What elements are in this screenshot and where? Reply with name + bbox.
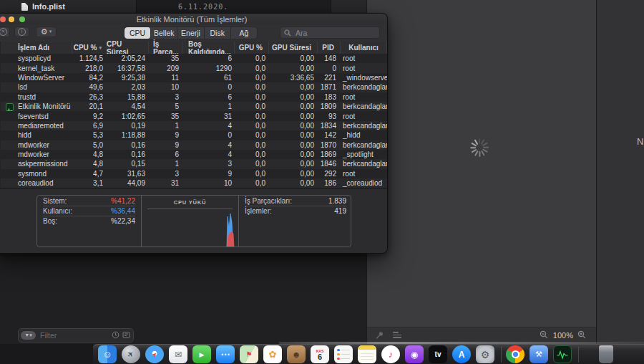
photos-dock-icon[interactable]: ✿: [263, 345, 282, 363]
recents-clock-icon[interactable]: [112, 329, 119, 342]
cell: coreaudiod: [1, 178, 72, 188]
process-row-lsd[interactable]: lsd49,62,031000,00,001871berkcandaglar: [1, 82, 387, 92]
tab-disk[interactable]: Disk: [205, 27, 231, 39]
cell: 1869: [318, 150, 341, 159]
tab-enerji[interactable]: Enerji: [177, 27, 204, 39]
filter-field[interactable]: ▼▾: [18, 328, 134, 343]
cell: 0,00: [269, 140, 318, 150]
cell: root: [341, 111, 387, 120]
process-row-trustd[interactable]: trustd26,315,88360,00,00183root: [1, 92, 387, 102]
facetime-dock-icon[interactable]: ▶: [192, 345, 211, 363]
messages-dock-icon[interactable]: ⋯: [216, 345, 235, 363]
window-titlebar[interactable]: Etkinlik Monitörü (Tüm İşlemler): [0, 14, 387, 24]
column-header-label: Kullanıcı: [348, 44, 379, 52]
cell: kernel_task: [1, 63, 72, 72]
cell: 0,0: [235, 121, 269, 130]
column-header-cpu-[interactable]: CPU %▾: [72, 42, 107, 54]
column-header-bo-kald-nda-[interactable]: Boş Kaldığında...: [182, 42, 235, 54]
finder-glyph: ☺: [102, 349, 112, 360]
process-row-askpermissiond[interactable]: askpermissiond4,80,15130,00,001846berkca…: [1, 159, 387, 168]
process-row-syspolicyd[interactable]: syspolicyd1.124,52:05,243560,00,00148roo…: [1, 54, 387, 63]
column-header-label: CPU %: [74, 44, 97, 52]
process-row-windowserver[interactable]: WindowServer84,29:25,3811610,03:36,65221…: [1, 73, 387, 82]
cell: 49,6: [72, 82, 107, 92]
cell: 5: [149, 102, 182, 111]
column-header-process-name[interactable]: İşlem Adı: [1, 42, 72, 54]
cell: 0: [182, 130, 235, 140]
column-header-gpu-[interactable]: GPU %: [235, 42, 269, 54]
search-input[interactable]: [294, 28, 379, 38]
system-label: Sistem:: [43, 197, 67, 205]
process-row-mediaremoted[interactable]: mediaremoted6,90,19140,00,001834berkcand…: [1, 121, 387, 130]
filter-funnel-icon[interactable]: ▼▾: [21, 331, 36, 340]
cell: 0,16: [107, 140, 149, 150]
reminders-dock-icon[interactable]: [334, 345, 353, 363]
cell: hidd: [1, 130, 72, 140]
fullscreen-traffic-light[interactable]: [19, 16, 25, 22]
force-quit-button[interactable]: ✕: [0, 27, 10, 37]
user-label: Kullanıcı:: [43, 207, 72, 215]
process-row-mdworker[interactable]: mdworker5,00,16940,00,001870berkcandagla…: [1, 140, 387, 150]
activity-monitor-dock-icon[interactable]: [553, 345, 572, 363]
zoom-out-icon[interactable]: [540, 330, 549, 340]
appstore-dock-icon[interactable]: A: [452, 345, 471, 363]
column-header-i-par-a-[interactable]: İş Parça...: [149, 42, 182, 54]
launchpad-dock-icon[interactable]: ✈: [122, 345, 140, 363]
inspect-process-button[interactable]: i: [14, 27, 29, 37]
tab-cpu[interactable]: CPU: [125, 27, 151, 39]
notes-dock-icon[interactable]: [358, 345, 376, 363]
process-row-sysmond[interactable]: sysmond4,731,63390,00,00292root: [1, 169, 387, 178]
column-header-cpu-s-resi[interactable]: CPU Süresi: [107, 42, 149, 54]
user-stat-row: Kullanıcı: %36,44: [43, 206, 135, 216]
process-row-hidd[interactable]: hidd5,31:18,88900,00,00142_hidd: [1, 130, 387, 140]
process-row-etkinlik-monit-r-[interactable]: Etkinlik Monitörü20,14,54510,00,001809be…: [1, 102, 387, 111]
music-dock-icon[interactable]: ♪: [381, 345, 400, 363]
xcode-dock-icon[interactable]: ⚒: [530, 345, 548, 363]
process-row-mdworker[interactable]: mdworker4,80,16640,00,001869_spotlight: [1, 150, 387, 159]
search-field[interactable]: [280, 27, 380, 39]
maps-dock-icon[interactable]: ⚑: [240, 345, 258, 363]
cell: 1846: [318, 159, 341, 168]
column-header-kullan-c-[interactable]: Kullanıcı: [341, 42, 387, 54]
filter-options-icon[interactable]: [122, 329, 130, 342]
process-row-kernel-task[interactable]: kernel_task218,016:37,5820912900,00,000r…: [1, 63, 387, 72]
podcasts-dock-icon[interactable]: ◉: [405, 345, 424, 363]
background-file-row[interactable]: Info.plist: [0, 0, 136, 13]
tab-ağ[interactable]: Ağ: [231, 27, 257, 39]
cell: 6: [149, 150, 182, 159]
contacts-dock-icon[interactable]: ☻: [287, 345, 306, 363]
idle-stat-row: Boş: %22,34: [43, 216, 135, 226]
column-header-pid[interactable]: PID: [318, 42, 341, 54]
cell: 0,00: [269, 159, 318, 168]
column-header-gpu-s-resi[interactable]: GPU Süresi: [269, 42, 318, 54]
launchpad-glyph: ✈: [125, 349, 137, 360]
minimize-traffic-light[interactable]: [9, 16, 14, 22]
tv-dock-icon[interactable]: tv: [429, 345, 447, 363]
close-traffic-light[interactable]: [0, 16, 6, 22]
list-lines-icon[interactable]: [393, 330, 401, 340]
process-row-coreaudiod[interactable]: coreaudiod3,144,0931100,00,00186_coreaud…: [1, 178, 387, 188]
contacts-glyph: ☻: [292, 350, 301, 360]
tab-bellek[interactable]: Bellek: [151, 27, 177, 39]
actions-menu-button[interactable]: ⚙▾: [36, 27, 57, 37]
mail-dock-icon[interactable]: ✉: [169, 345, 187, 363]
filter-input[interactable]: [39, 330, 112, 340]
cell: 4: [182, 140, 235, 150]
finder-dock-icon[interactable]: ☺: [98, 345, 117, 363]
pin-icon[interactable]: [374, 330, 384, 340]
cell: 0,00: [269, 63, 318, 72]
loading-spinner-icon: [469, 138, 489, 158]
zoom-in-icon[interactable]: [577, 330, 587, 340]
chrome-dock-icon[interactable]: [506, 345, 525, 363]
settings-dock-icon[interactable]: ⚙: [476, 345, 494, 363]
process-row-fseventsd[interactable]: fseventsd9,21:02,6535310,00,0093root: [1, 111, 387, 120]
cell: _windowserver: [341, 73, 387, 82]
calendar-dock-icon[interactable]: KAS6: [311, 345, 329, 363]
info-circle-icon: i: [18, 28, 26, 36]
close-circle-icon: ✕: [0, 28, 7, 36]
cell: fseventsd: [1, 111, 72, 120]
trash-dock-icon[interactable]: [599, 345, 613, 363]
calendar-day-label: 6: [318, 353, 322, 361]
safari-dock-icon[interactable]: ➤: [145, 345, 164, 363]
cell: 15,88: [107, 92, 149, 102]
